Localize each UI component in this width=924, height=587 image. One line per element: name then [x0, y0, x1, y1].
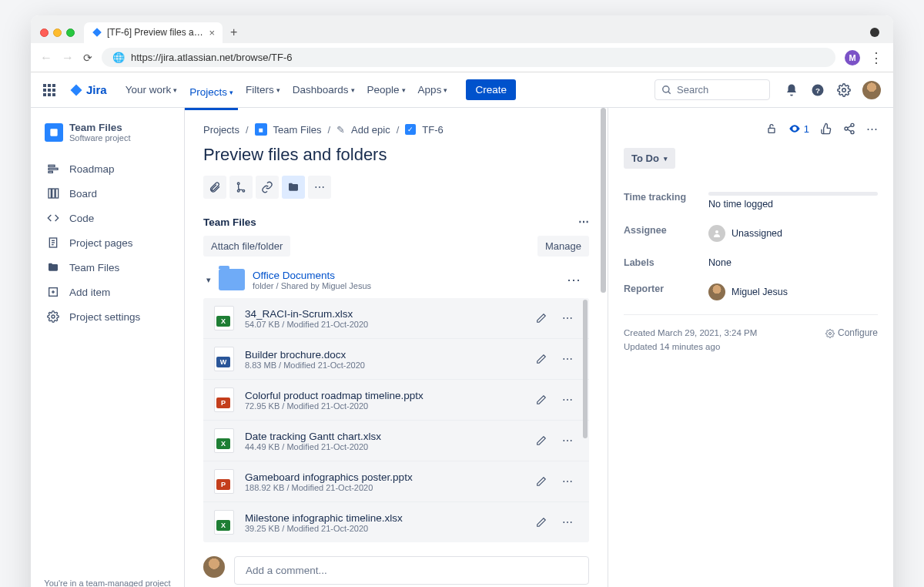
file-type-icon: X — [214, 306, 234, 330]
like-icon[interactable] — [820, 122, 832, 135]
team-files-toolbar-icon[interactable] — [282, 176, 305, 199]
file-meta: 72.95 KB / Modified 21-Oct-2020 — [245, 401, 520, 411]
breadcrumb-project[interactable]: Team Files — [273, 124, 322, 136]
sidebar-item-add[interactable]: Add item — [38, 280, 176, 304]
section-more-icon[interactable]: ⋯ — [578, 216, 589, 228]
project-name: Team Files — [69, 122, 130, 133]
edit-file-icon[interactable] — [531, 307, 552, 329]
reporter-value[interactable]: Miguel Jesus — [708, 283, 878, 300]
file-more-icon[interactable]: ⋯ — [557, 307, 578, 329]
project-type: Software project — [69, 133, 130, 143]
folder-name[interactable]: Office Documents — [253, 270, 371, 281]
file-type-icon: X — [214, 510, 234, 535]
sidebar-item-settings[interactable]: Project settings — [38, 304, 176, 329]
file-row[interactable]: PGameboard infographics poster.pptx188.9… — [203, 461, 589, 502]
file-row[interactable]: XMilestone infographic timeline.xlsx39.2… — [203, 502, 589, 542]
manage-button[interactable]: Manage — [537, 236, 589, 257]
app-switcher-icon[interactable] — [43, 84, 55, 96]
file-row[interactable]: PColorful product roadmap timeline.pptx7… — [203, 380, 589, 421]
search-input[interactable]: Search — [654, 79, 770, 100]
create-button[interactable]: Create — [466, 79, 516, 100]
svg-rect-7 — [48, 93, 51, 96]
breadcrumb-projects[interactable]: Projects — [203, 124, 239, 136]
new-tab-button[interactable]: + — [230, 25, 237, 39]
labels-value[interactable]: None — [708, 257, 878, 268]
field-assignee: Assignee Unassigned — [624, 217, 878, 250]
window-maximize-button[interactable] — [66, 29, 75, 37]
sidebar-item-board[interactable]: Board — [38, 181, 176, 206]
folder-collapse-icon[interactable]: ▾ — [206, 275, 211, 285]
browser-profile-badge[interactable]: M — [845, 50, 860, 65]
tab-close-icon[interactable]: × — [209, 27, 215, 39]
breadcrumb-add-epic[interactable]: Add epic — [351, 124, 390, 136]
more-toolbar-icon[interactable]: ⋯ — [308, 176, 331, 199]
file-more-icon[interactable]: ⋯ — [557, 389, 578, 411]
file-row[interactable]: X34_RACI-in-Scrum.xlsx54.07 KB / Modifie… — [203, 298, 589, 339]
forward-button[interactable]: → — [62, 51, 74, 65]
notifications-icon[interactable] — [784, 82, 799, 98]
file-row[interactable]: WBuilder brochure.docx8.83 MB / Modified… — [203, 339, 589, 380]
sidebar-item-roadmap[interactable]: Roadmap — [38, 156, 176, 181]
nav-your-work[interactable]: Your work▾ — [121, 79, 182, 100]
gear-icon — [46, 310, 60, 323]
file-name: Date tracking Gantt chart.xlsx — [245, 431, 520, 442]
breadcrumb-key[interactable]: TF-6 — [422, 124, 443, 136]
sidebar-item-pages[interactable]: Project pages — [38, 230, 176, 255]
sidebar-project[interactable]: Team Files Software project — [38, 122, 176, 156]
browser-menu-button[interactable]: ⋮ — [869, 49, 884, 66]
edit-file-icon[interactable] — [531, 471, 552, 492]
subtask-icon[interactable] — [229, 176, 253, 199]
edit-file-icon[interactable] — [531, 512, 552, 533]
file-more-icon[interactable]: ⋯ — [557, 471, 578, 492]
watch-icon[interactable]: 1 — [788, 122, 809, 135]
user-avatar[interactable] — [862, 81, 881, 99]
svg-rect-3 — [43, 89, 46, 92]
help-icon[interactable]: ? — [810, 82, 825, 98]
scrollbar[interactable] — [601, 108, 606, 293]
settings-icon[interactable] — [836, 82, 852, 98]
window-close-button[interactable] — [40, 29, 49, 37]
edit-file-icon[interactable] — [531, 389, 552, 411]
reload-button[interactable]: ⟳ — [83, 52, 92, 64]
nav-projects[interactable]: Projects▾ — [185, 79, 238, 110]
window-minimize-button[interactable] — [53, 29, 62, 37]
time-tracking-value[interactable]: No time logged — [708, 192, 878, 210]
share-icon[interactable] — [843, 122, 855, 135]
svg-point-30 — [243, 190, 245, 192]
main-content: Projects / ■ Team Files / ✎ Add epic / ✓… — [185, 108, 893, 587]
nav-filters[interactable]: Filters▾ — [241, 79, 285, 100]
file-list-scrollbar[interactable] — [583, 300, 588, 438]
folder-more-icon[interactable]: ⋯ — [562, 271, 586, 288]
attach-file-button[interactable]: Attach file/folder — [203, 236, 290, 257]
attach-icon[interactable] — [203, 176, 226, 199]
edit-file-icon[interactable] — [531, 348, 552, 370]
chevron-down-icon: ▾ — [276, 86, 280, 94]
configure-button[interactable]: Configure — [825, 326, 878, 340]
file-type-icon: P — [214, 469, 234, 494]
link-icon[interactable] — [256, 176, 279, 199]
nav-dashboards[interactable]: Dashboards▾ — [288, 79, 360, 100]
file-row[interactable]: XDate tracking Gantt chart.xlsx44.49 KB … — [203, 421, 589, 461]
status-dropdown[interactable]: To Do ▾ — [624, 148, 675, 169]
sidebar-item-team-files[interactable]: Team Files — [38, 255, 176, 280]
svg-point-29 — [237, 183, 239, 185]
file-more-icon[interactable]: ⋯ — [557, 348, 578, 370]
comment-input[interactable]: Add a comment... — [234, 556, 589, 585]
jira-logo[interactable]: Jira — [69, 83, 107, 97]
project-icon — [45, 123, 63, 142]
more-actions-icon[interactable]: ⋯ — [866, 122, 878, 136]
nav-people[interactable]: People▾ — [363, 79, 410, 100]
sidebar-item-code[interactable]: Code — [38, 206, 176, 230]
file-more-icon[interactable]: ⋯ — [557, 430, 578, 451]
back-button[interactable]: ← — [40, 51, 52, 65]
browser-tab[interactable]: [TF-6] Preview files and folder × — [84, 22, 223, 43]
edit-file-icon[interactable] — [531, 430, 552, 451]
file-name: Builder brochure.docx — [245, 349, 520, 361]
assignee-value[interactable]: Unassigned — [708, 225, 878, 242]
lock-icon[interactable] — [765, 122, 778, 135]
url-input[interactable]: 🌐 https://jira.atlassian.net/browse/TF-6 — [102, 48, 835, 67]
nav-apps[interactable]: Apps▾ — [413, 79, 453, 100]
file-name: 34_RACI-in-Scrum.xlsx — [245, 308, 520, 320]
file-more-icon[interactable]: ⋯ — [557, 512, 578, 533]
svg-rect-15 — [49, 165, 55, 166]
